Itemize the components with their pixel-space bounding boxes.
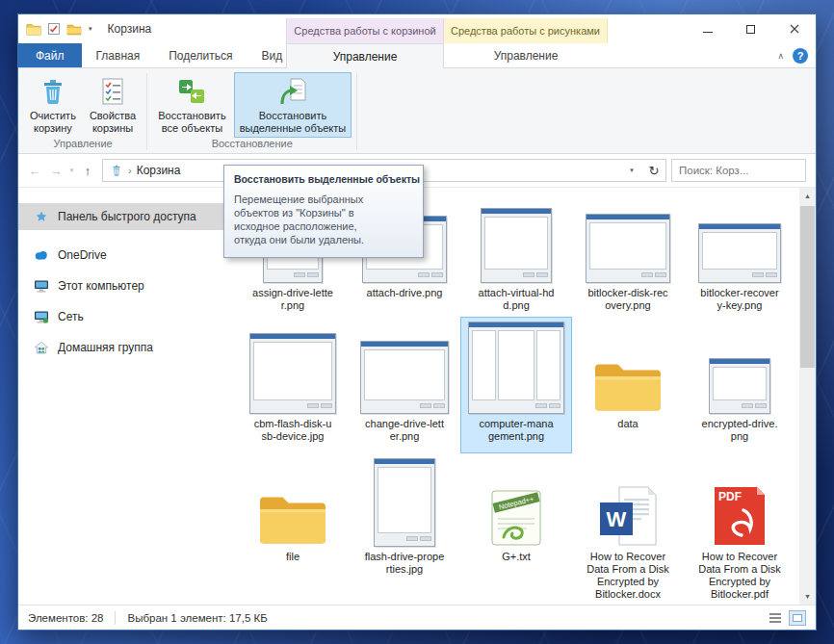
file-thumbnail (464, 320, 568, 414)
file-item[interactable]: WHow to Recover Data From a Disk Encrypt… (573, 454, 683, 603)
file-thumbnail: Notepad++ (464, 456, 568, 547)
onedrive-cloud-icon (34, 248, 49, 262)
file-label: flash-drive-prope rties.jpg (365, 551, 445, 576)
file-thumbnail (576, 320, 680, 414)
restore-all-icon (176, 76, 207, 107)
minimize-icon (703, 32, 713, 33)
file-item[interactable]: bitlocker-disk-rec overy.png (573, 202, 683, 316)
sidebar-item-quick-access[interactable]: Панель быстрого доступа (18, 203, 225, 230)
sidebar-item-network[interactable]: Сеть (18, 303, 225, 330)
sidebar-item-label: Этот компьютер (58, 279, 144, 293)
sidebar-item-label: OneDrive (58, 248, 107, 262)
file-item[interactable]: Notepad++G+.txt (461, 454, 571, 603)
selection-info: Выбран 1 элемент: 17,5 КБ (127, 612, 267, 624)
tabrow-right-controls: ∧ ? (777, 43, 808, 67)
file-thumbnail (241, 456, 345, 547)
sidebar-item-homegroup[interactable]: Домашняя группа (18, 334, 225, 361)
breadcrumb-chevron-icon: › (128, 165, 132, 176)
file-thumbnail (352, 320, 456, 414)
address-dropdown-icon[interactable]: ▾ (624, 167, 639, 174)
file-item[interactable]: computer-mana gement.png (461, 318, 571, 452)
file-item[interactable]: attach-virtual-hd d.png (461, 202, 571, 316)
file-item[interactable]: PDFHow to Recover Data From a Disk Encry… (685, 454, 795, 603)
minimize-button[interactable] (686, 14, 729, 43)
ribbon-group-separator (146, 73, 147, 150)
scroll-down-icon[interactable]: ▼ (799, 588, 816, 605)
file-item[interactable]: data (573, 318, 683, 452)
icons-view-button[interactable] (789, 610, 806, 626)
maximize-button[interactable] (729, 14, 772, 43)
contextual-header-label: Средства работы с корзиной (294, 25, 435, 37)
explorer-app-icon (26, 22, 41, 36)
tab-0[interactable]: Главная (82, 43, 155, 67)
qat-properties-icon[interactable] (46, 22, 62, 36)
refresh-icon[interactable]: ↻ (644, 164, 664, 178)
file-item[interactable]: change-drive-lett er.png (350, 318, 459, 452)
ribbon-group: Очистить корзинуСвойства корзиныУправлен… (20, 70, 145, 153)
back-button[interactable]: ← (24, 164, 45, 178)
ribbon-button[interactable]: Восстановить выделенные объекты (234, 72, 352, 138)
file-label: cbm-flash-disk-u sb-device.jpg (254, 418, 332, 443)
ribbon-button-label: Очистить корзину (30, 110, 76, 135)
sidebar-item-this-pc[interactable]: Этот компьютер (18, 272, 225, 299)
maximize-icon (746, 25, 755, 34)
titlebar: ▾ Корзина Средства работы с корзиной Сре… (18, 14, 816, 43)
ribbon-group-separator (356, 73, 357, 150)
scrollbar-track[interactable] (799, 204, 816, 588)
ribbon-button[interactable]: Восстановить все объекты (152, 72, 231, 138)
file-item[interactable]: flash-drive-prope rties.jpg (350, 454, 459, 603)
network-icon (34, 310, 49, 323)
close-button[interactable] (772, 14, 816, 43)
ribbon-button[interactable]: Очистить корзину (24, 72, 82, 138)
file-thumbnail: W (576, 456, 680, 547)
tab-1[interactable]: Поделиться (154, 43, 247, 67)
scrollbar-thumb[interactable] (800, 206, 815, 368)
file-label: change-drive-lett er.png (365, 418, 444, 443)
sidebar-item-label: Сеть (58, 310, 84, 323)
details-view-button[interactable] (767, 610, 784, 626)
tooltip-body: Перемещение выбранных объектов из "Корзи… (234, 193, 386, 246)
tab-manage-picture-tools[interactable]: Управление (444, 43, 608, 67)
search-input[interactable] (671, 159, 806, 182)
quick-access-toolbar: ▾ (18, 22, 94, 36)
scroll-up-icon[interactable]: ▲ (799, 188, 816, 204)
screenshot-thumbnail (374, 458, 435, 547)
forward-button[interactable]: → (45, 164, 66, 178)
qat-dropdown-icon[interactable]: ▾ (87, 25, 94, 33)
ribbon-button-label: Восстановить выделенные объекты (240, 110, 347, 135)
qat-folder-icon[interactable] (66, 22, 82, 36)
folder-icon (591, 358, 665, 414)
status-separator (115, 611, 116, 625)
details-view-icon (769, 613, 781, 623)
pdf-doc-icon: PDF (713, 485, 767, 547)
file-thumbnail (241, 320, 345, 414)
file-item[interactable]: cbm-flash-disk-u sb-device.jpg (238, 318, 348, 452)
folder-icon (256, 491, 329, 547)
homegroup-icon (34, 341, 49, 354)
sidebar-item-label: Панель быстрого доступа (58, 210, 196, 223)
sidebar-item-label: Домашняя группа (58, 341, 153, 354)
contextual-header-label: Средства работы с рисунками (451, 25, 600, 37)
ribbon-button[interactable]: Свойства корзины (84, 72, 142, 138)
collapse-ribbon-icon[interactable]: ∧ (777, 51, 784, 61)
ribbon-group-label: Управление (20, 138, 145, 153)
screenshot-thumbnail (468, 322, 564, 414)
vertical-scrollbar[interactable]: ▲ ▼ (799, 188, 816, 605)
screenshot-thumbnail (698, 223, 781, 283)
contextual-header-picture-tools: Средства работы с рисунками (444, 18, 608, 43)
up-button[interactable]: ↑ (77, 164, 98, 178)
file-thumbnail: PDF (688, 456, 792, 547)
tab-file[interactable]: Файл (18, 43, 82, 67)
breadcrumb-location[interactable]: Корзина (137, 164, 181, 177)
sidebar-item-onedrive[interactable]: OneDrive (18, 242, 225, 269)
file-label: attach-virtual-hd d.png (479, 287, 555, 312)
file-item[interactable]: file (238, 454, 348, 603)
file-label: data (617, 418, 638, 430)
file-item[interactable]: encrypted-drive. png (685, 318, 795, 452)
file-label: file (286, 551, 300, 563)
file-label: bitlocker-disk-rec overy.png (587, 287, 667, 312)
file-item[interactable]: bitlocker-recover y-key.png (685, 202, 795, 316)
tab-manage-recycle-tools[interactable]: Управление (286, 43, 444, 68)
help-icon[interactable]: ? (793, 48, 808, 64)
recent-locations-dropdown-icon[interactable]: ▾ (66, 167, 77, 174)
